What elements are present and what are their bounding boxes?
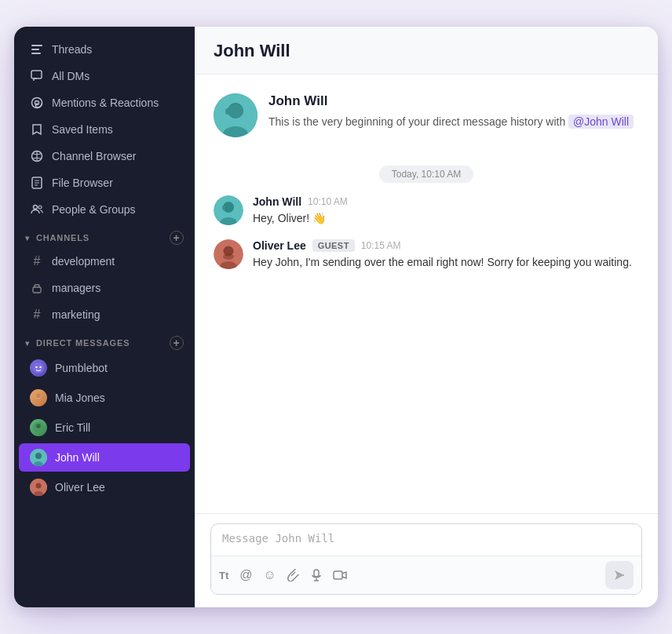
mia-jones-label: Mia Jones (55, 392, 105, 404)
oliver-lee-sidebar-label: Oliver Lee (55, 481, 105, 494)
managers-label: managers (52, 282, 100, 294)
microphone-icon[interactable] (311, 569, 322, 581)
add-dm-button[interactable]: + (170, 336, 184, 350)
intro-name: John Will (268, 93, 634, 109)
svg-rect-3 (31, 71, 42, 78)
people-groups-icon (30, 202, 44, 217)
svg-rect-1 (31, 49, 39, 50)
guest-badge: GUEST (312, 239, 355, 252)
threads-label: Threads (52, 43, 92, 56)
dm-label: DIRECT MESSAGES (36, 338, 130, 348)
sidebar-item-people-groups[interactable]: People & Groups (19, 197, 190, 222)
svg-point-33 (225, 108, 230, 115)
svg-point-16 (35, 366, 37, 368)
intro-avatar (214, 93, 257, 137)
sidebar-item-development[interactable]: # development (19, 249, 190, 274)
msg1-sender: John Will (253, 195, 301, 208)
sidebar-item-mia-jones[interactable]: Mia Jones (19, 384, 190, 412)
sidebar: Threads All DMs (14, 27, 195, 607)
sidebar-item-marketing[interactable]: # marketing (19, 302, 190, 327)
john-will-sidebar-label: John Will (55, 451, 100, 464)
svg-point-32 (228, 104, 243, 118)
channels-label: CHANNELS (36, 233, 89, 242)
msg2-content: Oliver Lee GUEST 10:15 AM Hey John, I'm … (253, 239, 639, 271)
sidebar-item-john-will[interactable]: John Will (19, 443, 190, 472)
mentions-icon (30, 96, 44, 110)
message-row: John Will 10:10 AM Hey, Oliver! 👋 (214, 195, 639, 227)
sidebar-item-managers[interactable]: managers (19, 275, 190, 301)
saved-icon (30, 122, 44, 137)
svg-point-17 (39, 366, 41, 368)
channels-chevron[interactable]: ▾ (25, 234, 30, 242)
file-browser-label: File Browser (52, 177, 113, 189)
video-icon[interactable] (333, 570, 347, 581)
mia-jones-avatar (30, 389, 47, 406)
sidebar-item-all-dms[interactable]: All DMs (19, 64, 190, 89)
dm-chevron[interactable]: ▾ (25, 339, 30, 348)
send-button[interactable] (605, 561, 634, 589)
svg-rect-14 (33, 287, 41, 293)
date-divider-label: Today, 10:10 AM (379, 166, 474, 183)
app-container: Threads All DMs (0, 0, 672, 634)
channel-browser-label: Channel Browser (52, 150, 136, 162)
channel-browser-icon (30, 149, 44, 163)
msg2-text: Hey John, I'm sending over the email rig… (253, 254, 639, 271)
marketing-hash-icon: # (30, 308, 44, 322)
msg1-meta: John Will 10:10 AM (253, 195, 639, 208)
svg-point-15 (33, 363, 44, 373)
msg2-sender: Oliver Lee (253, 239, 306, 252)
managers-lock-icon (30, 281, 44, 295)
sidebar-item-eric-till[interactable]: Eric Till (19, 414, 190, 442)
oliver-lee-message-avatar (214, 239, 243, 269)
msg2-meta: Oliver Lee GUEST 10:15 AM (253, 239, 639, 252)
sidebar-item-mentions[interactable]: Mentions & Reactions (19, 90, 190, 115)
emoji-icon[interactable]: ☺ (264, 568, 276, 582)
add-channel-button[interactable]: + (170, 231, 184, 245)
svg-point-27 (36, 483, 42, 489)
svg-rect-2 (31, 53, 41, 54)
chat-input-area: Tt @ ☺ (195, 513, 658, 607)
history-intro-text: John Will This is the very beginning of … (268, 93, 634, 130)
development-label: development (52, 255, 115, 268)
pumblebot-avatar (30, 359, 47, 377)
mention-tag[interactable]: @John Will (568, 115, 634, 129)
pumblebot-label: Pumblebot (55, 362, 108, 374)
chat-body: John Will This is the very beginning of … (195, 75, 658, 513)
mention-icon[interactable]: @ (239, 568, 252, 582)
sidebar-item-oliver-lee[interactable]: Oliver Lee (19, 473, 190, 501)
date-divider: Today, 10:10 AM (214, 166, 639, 183)
svg-point-20 (36, 394, 41, 399)
svg-point-12 (34, 206, 38, 210)
dm-section-header: ▾ DIRECT MESSAGES + (14, 328, 195, 353)
intro-desc: This is the very beginning of your direc… (268, 114, 634, 130)
sidebar-item-threads[interactable]: Threads (19, 37, 190, 62)
attach-icon[interactable] (287, 569, 300, 581)
toolbar-icons: Tt @ ☺ (219, 568, 605, 582)
msg2-time: 10:15 AM (361, 240, 401, 251)
svg-rect-45 (334, 571, 342, 579)
message-input-box: Tt @ ☺ (210, 523, 642, 595)
svg-rect-0 (31, 45, 42, 46)
sidebar-item-pumblebot[interactable]: Pumblebot (19, 354, 190, 382)
marketing-label: marketing (52, 308, 100, 321)
eric-till-avatar (30, 419, 47, 436)
development-hash-icon: # (30, 254, 44, 268)
format-text-icon[interactable]: Tt (219, 570, 228, 581)
eric-till-label: Eric Till (55, 421, 90, 434)
sidebar-item-file-browser[interactable]: File Browser (19, 170, 190, 195)
file-browser-icon (30, 176, 44, 190)
sidebar-item-saved[interactable]: Saved Items (19, 117, 190, 142)
mentions-label: Mentions & Reactions (52, 97, 159, 109)
saved-label: Saved Items (52, 123, 113, 136)
message-row: Oliver Lee GUEST 10:15 AM Hey John, I'm … (214, 239, 639, 271)
msg1-content: John Will 10:10 AM Hey, Oliver! 👋 (253, 195, 639, 227)
msg1-text: Hey, Oliver! 👋 (253, 210, 639, 227)
channels-section-header: ▾ CHANNELS + (14, 223, 195, 248)
message-input[interactable] (211, 524, 641, 552)
john-will-sidebar-avatar (30, 449, 47, 466)
svg-point-41 (223, 253, 234, 260)
chat-title: John Will (214, 41, 639, 61)
sidebar-item-channel-browser[interactable]: Channel Browser (19, 144, 190, 169)
people-groups-label: People & Groups (52, 203, 136, 216)
svg-point-13 (38, 206, 42, 209)
